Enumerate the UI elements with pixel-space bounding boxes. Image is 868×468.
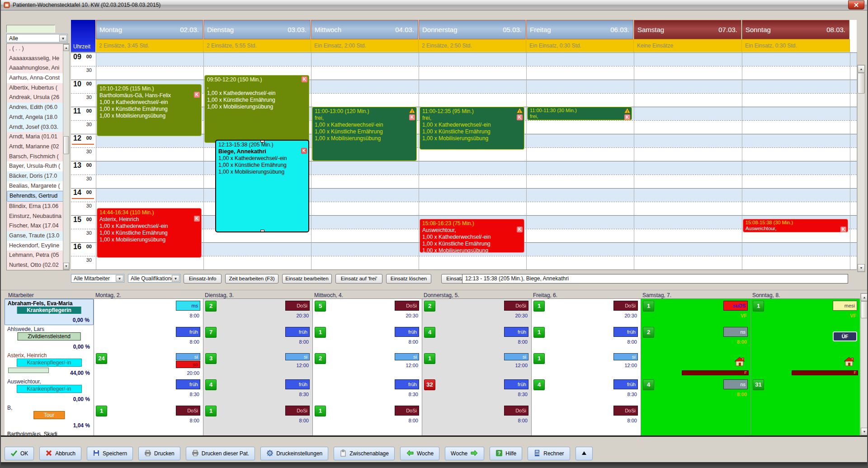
staff-shift-cell[interactable]	[94, 430, 203, 435]
shift-chip-frueh[interactable]: früh	[504, 327, 528, 337]
patient-list-item[interactable]: Fischer, Max (17.04	[7, 221, 69, 231]
shift-count-chip[interactable]: 3	[205, 353, 217, 364]
patient-list-item[interactable]: Nurtest, Otto (02.02	[7, 260, 69, 270]
shift-count-chip[interactable]: 1	[533, 301, 545, 312]
rechner-button[interactable]: Rechner	[528, 447, 570, 460]
patient-list-item[interactable]: , ( . . )	[7, 44, 69, 54]
shift-chip-ns[interactable]: ns	[723, 379, 748, 389]
staff-shift-cell[interactable]: 1früh8:00	[531, 325, 641, 351]
shift-count-chip[interactable]: 32	[424, 379, 435, 390]
staff-shift-cell[interactable]: 4ns8:00	[641, 378, 750, 404]
shift-count-chip[interactable]: 1	[533, 327, 545, 338]
scroll-down-icon[interactable]: ▼	[858, 264, 865, 272]
shift-chip-frueh[interactable]: früh	[176, 327, 200, 337]
appointment-block[interactable]: 15:08-16:23 (75 Min.)Ausweichtour,1,00 x…	[420, 219, 524, 253]
staff-shift-cell[interactable]: FF	[641, 351, 750, 378]
woche-button[interactable]: Woche	[400, 447, 439, 460]
patient-list-item[interactable]: Arndt, Maria (01.01	[7, 132, 69, 142]
shift-chip-dosi[interactable]: DoSi	[176, 406, 200, 416]
shift-chip-frueh[interactable]: früh	[395, 379, 419, 389]
staff-shift-cell[interactable]	[641, 430, 750, 435]
patient-list-item[interactable]: Aarhus, Anna-Const	[7, 73, 69, 83]
shift-chip-dosi[interactable]: DoSi	[285, 301, 310, 311]
patient-list-item[interactable]: Blindix, Erna (13.06	[7, 202, 69, 212]
staff-shift-cell[interactable]: 1si12:00	[422, 351, 531, 378]
patient-list-item[interactable]: Ganse, Traute (13.0	[7, 231, 69, 241]
shift-chip-frueh[interactable]: früh	[504, 379, 528, 389]
ok-button[interactable]: OK	[5, 447, 34, 460]
resize-handle[interactable]	[260, 140, 264, 142]
action-button[interactable]: Einsatz auf 'frei'	[335, 274, 382, 284]
shift-count-chip[interactable]: 2	[643, 327, 654, 338]
staff-shift-cell[interactable]: früh8:00	[94, 325, 203, 351]
shift-chip-si[interactable]: si	[176, 353, 200, 360]
shift-count-chip[interactable]: 4	[643, 379, 654, 390]
woche-button[interactable]: Woche	[445, 447, 484, 460]
shift-chip-si[interactable]: si	[613, 353, 638, 360]
appointment-block[interactable]: 11:00-13:00 (120 Min.)frei,1,00 x Kathed…	[312, 107, 417, 161]
staff-shift-cell[interactable]: 2DoSi20:30	[422, 299, 531, 325]
action-button[interactable]: Zeit bearbeiten (F3)	[225, 274, 278, 284]
shift-chip-frueh[interactable]: früh	[285, 379, 310, 389]
staff-shift-cell[interactable]: 7früh8:00	[203, 325, 312, 351]
staff-shift-cell[interactable]: 4früh8:30	[203, 378, 312, 404]
staff-shift-cell[interactable]: 32früh8:30	[422, 378, 531, 404]
staff-shift-cell[interactable]: 2DoSi20:30	[203, 299, 312, 325]
shift-count-chip[interactable]: 1	[315, 406, 326, 416]
staff-row[interactable]: B,Tour1,04 %	[5, 404, 94, 430]
calendar-scrollbar[interactable]: ▲ ▼	[857, 65, 865, 272]
drucken-dieser-pat--button[interactable]: Drucken dieser Pat.	[186, 447, 255, 460]
appointment-block[interactable]: 12:13-15:38 (205 Min.)Biege, Annekathri1…	[215, 140, 309, 232]
staff-shift-cell[interactable]: 3si12:00	[203, 351, 312, 378]
staff-filter-dropdown[interactable]: Alle Mitarbeiter ▼	[71, 274, 124, 283]
staff-shift-cell[interactable]: 5DoSi20:30	[312, 299, 422, 325]
patient-list-item[interactable]: Aaaaaxaasselig, He	[7, 54, 69, 64]
shift-chip-si[interactable]: si	[504, 353, 528, 360]
druckeinstellungen-button[interactable]: Druckeinstellungen	[260, 447, 328, 460]
shift-chip-frueh[interactable]: früh	[395, 327, 419, 337]
patient-list-item[interactable]: Bealias, Margarete (	[7, 181, 69, 191]
scroll-up-icon[interactable]: ▲	[861, 293, 868, 301]
shift-count-chip[interactable]: 1	[424, 353, 435, 364]
speichern-button[interactable]: Speichern	[87, 447, 133, 460]
scrollbar-thumb[interactable]	[861, 301, 868, 318]
patient-list-scrollbar[interactable]: ▲ ▼	[63, 44, 70, 270]
shift-count-chip[interactable]: 2	[424, 301, 435, 312]
staff-shift-cell[interactable]	[641, 404, 750, 430]
action-button[interactable]: Einsatz-Info	[184, 274, 222, 284]
shift-count-chip[interactable]: 31	[753, 379, 764, 390]
staff-shift-cell[interactable]: 2si12:00	[312, 351, 422, 378]
staff-shift-cell[interactable]: 1DoSi20:30	[531, 299, 641, 325]
shift-count-chip[interactable]: 24	[96, 353, 107, 364]
drucken-button[interactable]: Drucken	[138, 447, 180, 460]
staff-shift-cell[interactable]	[750, 430, 860, 435]
shift-chip-dosi[interactable]: DoSi	[395, 301, 419, 311]
staff-shift-cell[interactable]: 4früh8:00	[422, 325, 531, 351]
staff-row[interactable]: Abraham-Fels, Eva-MariaKrankenpflegerin0…	[5, 299, 94, 325]
scroll-down-icon[interactable]: ▼	[63, 263, 69, 269]
shift-count-chip[interactable]: 1	[205, 406, 217, 416]
chevron-down-icon[interactable]: ▼	[116, 275, 123, 282]
shift-chip-frueh[interactable]: früh	[285, 327, 310, 337]
shift-chip-dosi[interactable]: DoSi	[613, 301, 638, 311]
abbruch-button[interactable]: Abbruch	[39, 447, 81, 460]
staff-shift-cell[interactable]: ms8:00	[94, 299, 203, 325]
shift-chip-frueh[interactable]: früh	[176, 379, 200, 389]
patient-list-item[interactable]: Einsturz, Neubautina	[7, 212, 69, 222]
staff-shift-cell[interactable]	[422, 430, 531, 435]
staff-shift-cell[interactable]	[312, 430, 422, 435]
shift-chip-si[interactable]: si	[395, 353, 419, 360]
hilfe-button[interactable]: ?Hilfe	[490, 447, 522, 460]
scrollbar-thumb[interactable]	[63, 136, 69, 154]
scroll-up-icon[interactable]: ▲	[858, 65, 865, 73]
staff-shift-cell[interactable]: 1DoSi8:00	[94, 404, 203, 430]
zwischenablage-button[interactable]: Zwischenablage	[334, 447, 395, 460]
shift-count-chip[interactable]: 1	[315, 327, 326, 338]
scroll-down-icon[interactable]: ▼	[861, 428, 868, 435]
patient-list-item[interactable]: Andreak, Ursula (26	[7, 93, 69, 103]
appointment-block[interactable]: 11:00-12:35 (95 Min.)frei,1,00 x Kathede…	[420, 107, 524, 150]
shift-count-chip[interactable]: 5	[315, 301, 326, 312]
patient-list-item[interactable]: Barsch, Fischmich (	[7, 152, 69, 162]
shift-count-chip[interactable]: 1	[96, 406, 107, 416]
staff-shift-cell[interactable]: 1früh8:00	[312, 325, 422, 351]
